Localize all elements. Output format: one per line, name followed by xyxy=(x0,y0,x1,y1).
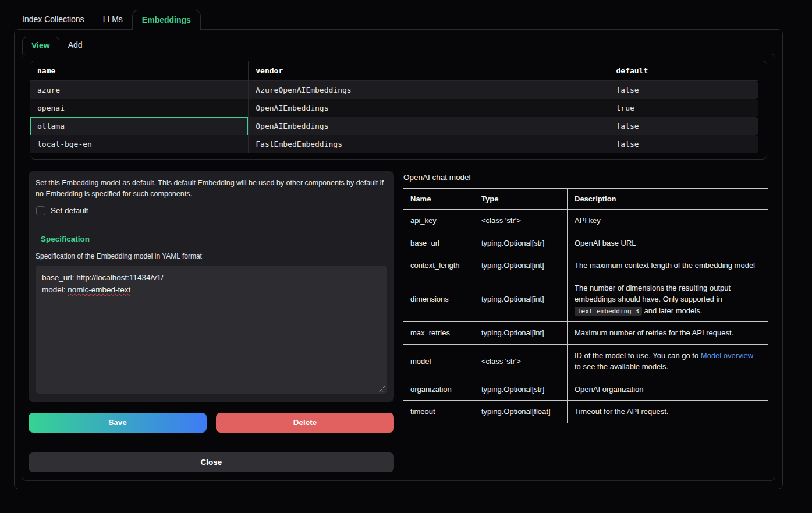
set-default-checkbox[interactable] xyxy=(36,206,45,215)
info-column-header-name: Name xyxy=(403,189,474,210)
param-description: The number of dimensions the resulting o… xyxy=(568,277,768,322)
param-row-max_retries: max_retriestyping.Optional[int]Maximum n… xyxy=(403,322,768,345)
param-type: typing.Optional[str] xyxy=(474,378,568,401)
embeddings-table-header: namevendordefault xyxy=(30,61,758,81)
tab-add[interactable]: Add xyxy=(59,37,91,54)
cell-vendor: AzureOpenAIEmbeddings xyxy=(249,81,609,99)
delete-button[interactable]: Delete xyxy=(216,413,394,433)
save-button[interactable]: Save xyxy=(29,413,207,433)
cell-name: azure xyxy=(30,81,249,99)
param-row-base_url: base_urltyping.Optional[str]OpenAI base … xyxy=(403,232,768,254)
tab-view[interactable]: View xyxy=(22,37,59,54)
detail-section: Set this Embedding model as default. Thi… xyxy=(29,171,768,472)
param-row-organization: organizationtyping.Optional[str]OpenAI o… xyxy=(403,378,768,401)
tab-embeddings[interactable]: Embeddings xyxy=(132,10,201,30)
main-tabs: Index CollectionsLLMsEmbeddings xyxy=(0,0,812,29)
app-root: Index CollectionsLLMsEmbeddings ViewAdd … xyxy=(0,0,812,489)
emb-column-header-name: name xyxy=(30,61,249,81)
param-type: <class 'str'> xyxy=(474,344,568,378)
sub-tabs: ViewAdd xyxy=(15,30,782,54)
emb-column-header-default: default xyxy=(609,61,758,81)
param-description: ID of the model to use. You can go to Mo… xyxy=(568,344,768,378)
embeddings-table-card: namevendordefault azureAzureOpenAIEmbedd… xyxy=(30,61,767,160)
embeddings-table: namevendordefault azureAzureOpenAIEmbedd… xyxy=(30,61,758,153)
yaml-line-base-url: base_url: http://localhost:11434/v1/ xyxy=(42,271,381,284)
tab-index-collections[interactable]: Index Collections xyxy=(13,10,94,29)
default-setting-panel: Set this Embedding model as default. Thi… xyxy=(29,171,394,402)
model-info-column: OpenAI chat model NameTypeDescription ap… xyxy=(403,171,768,472)
cell-vendor: OpenAIEmbeddings xyxy=(249,99,609,117)
param-name: timeout xyxy=(403,401,474,423)
param-type: typing.Optional[int] xyxy=(474,277,568,322)
code-chip: text-embedding-3 xyxy=(575,307,642,316)
cell-default: false xyxy=(609,135,758,153)
model-info-table: NameTypeDescription api_key<class 'str'>… xyxy=(403,188,768,423)
info-column-header-type: Type xyxy=(474,189,568,210)
textarea-resize-handle[interactable] xyxy=(379,385,385,392)
cell-default: false xyxy=(609,117,758,135)
param-type: typing.Optional[int] xyxy=(474,322,568,345)
param-name: base_url xyxy=(403,232,474,254)
param-row-api_key: api_key<class 'str'>API key xyxy=(403,210,768,232)
param-row-timeout: timeouttyping.Optional[float]Timeout for… xyxy=(403,401,768,423)
emb-column-header-vendor: vendor xyxy=(249,61,609,81)
model-info-title: OpenAI chat model xyxy=(403,173,768,182)
specification-subtitle: Specification of the Embedding model in … xyxy=(36,252,387,260)
param-row-model: model<class 'str'>ID of the model to use… xyxy=(403,344,768,378)
model-info-table-header: NameTypeDescription xyxy=(403,189,768,210)
param-description: The maximum context length of the embedd… xyxy=(568,254,768,277)
cell-vendor: FastEmbedEmbeddings xyxy=(249,135,609,153)
embedding-row-ollama[interactable]: ollamaOpenAIEmbeddingsfalse xyxy=(30,117,758,135)
param-name: api_key xyxy=(403,210,474,232)
param-name: organization xyxy=(403,378,474,401)
param-name: max_retries xyxy=(403,322,474,345)
set-default-row: Set default xyxy=(36,206,387,215)
param-description: OpenAI base URL xyxy=(568,232,768,254)
view-tab-panel: namevendordefault azureAzureOpenAIEmbedd… xyxy=(22,54,775,481)
cell-name: openai xyxy=(30,99,249,117)
param-type: typing.Optional[str] xyxy=(474,232,568,254)
embeddings-tab-panel: ViewAdd namevendordefault azureAzureOpen… xyxy=(14,29,783,489)
cell-name: ollama xyxy=(30,117,249,135)
embedding-row-azure[interactable]: azureAzureOpenAIEmbeddingsfalse xyxy=(30,81,758,99)
embedding-row-local-bge-en[interactable]: local-bge-enFastEmbedEmbeddingsfalse xyxy=(30,135,758,153)
param-description: Timeout for the API request. xyxy=(568,401,768,423)
cell-default: true xyxy=(609,99,758,117)
edit-column: Set this Embedding model as default. Thi… xyxy=(29,171,394,472)
misspelled-word: nomic-embed-text xyxy=(68,285,130,294)
yaml-line-model: model: nomic-embed-text xyxy=(42,284,381,296)
param-type: <class 'str'> xyxy=(474,210,568,232)
param-row-context_length: context_lengthtyping.Optional[int]The ma… xyxy=(403,254,768,277)
param-description: Maximum number of retries for the API re… xyxy=(568,322,768,345)
param-name: dimensions xyxy=(403,277,474,322)
cell-vendor: OpenAIEmbeddings xyxy=(249,117,609,135)
info-column-header-description: Description xyxy=(568,189,768,210)
cell-name: local-bge-en xyxy=(30,135,249,153)
specification-heading: Specification xyxy=(41,235,387,243)
set-default-description: Set this Embedding model as default. Thi… xyxy=(36,178,387,200)
action-buttons: Save Delete xyxy=(29,413,394,433)
cell-default: false xyxy=(609,81,758,99)
yaml-spec-editor[interactable]: base_url: http://localhost:11434/v1/ mod… xyxy=(36,266,387,394)
embedding-row-openai[interactable]: openaiOpenAIEmbeddingstrue xyxy=(30,99,758,117)
param-type: typing.Optional[int] xyxy=(474,254,568,277)
param-name: model xyxy=(403,344,474,378)
set-default-label: Set default xyxy=(51,206,88,215)
close-button[interactable]: Close xyxy=(29,452,394,472)
param-type: typing.Optional[float] xyxy=(474,401,568,423)
model-overview-link[interactable]: Model overview xyxy=(701,351,753,360)
tab-llms[interactable]: LLMs xyxy=(94,10,132,29)
param-name: context_length xyxy=(403,254,474,277)
param-description: API key xyxy=(568,210,768,232)
param-row-dimensions: dimensionstyping.Optional[int]The number… xyxy=(403,277,768,322)
param-description: OpenAI organization xyxy=(568,378,768,401)
